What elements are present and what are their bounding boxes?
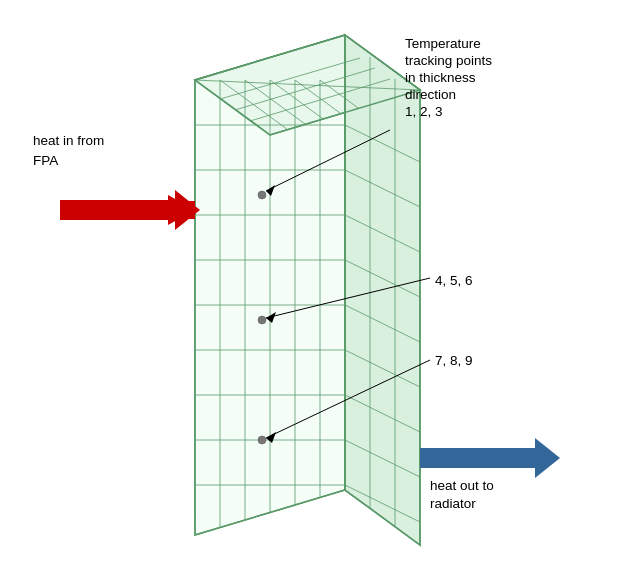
svg-point-45 [258, 436, 266, 444]
svg-point-44 [258, 316, 266, 324]
svg-text:tracking points: tracking points [405, 53, 492, 68]
svg-text:4, 5, 6: 4, 5, 6 [435, 273, 473, 288]
svg-text:radiator: radiator [430, 496, 476, 511]
svg-text:heat in from: heat in from [33, 133, 104, 148]
svg-text:in thickness: in thickness [405, 70, 476, 85]
svg-point-43 [258, 191, 266, 199]
svg-text:1, 2, 3: 1, 2, 3 [405, 104, 443, 119]
svg-text:7, 8, 9: 7, 8, 9 [435, 353, 473, 368]
svg-text:direction: direction [405, 87, 456, 102]
svg-marker-54 [60, 190, 200, 230]
svg-text:Temperature: Temperature [405, 36, 481, 51]
svg-text:heat out to: heat out to [430, 478, 494, 493]
svg-marker-55 [420, 438, 560, 478]
diagram-container: Temperature tracking points in thickness… [0, 0, 630, 578]
svg-text:FPA: FPA [33, 153, 58, 168]
